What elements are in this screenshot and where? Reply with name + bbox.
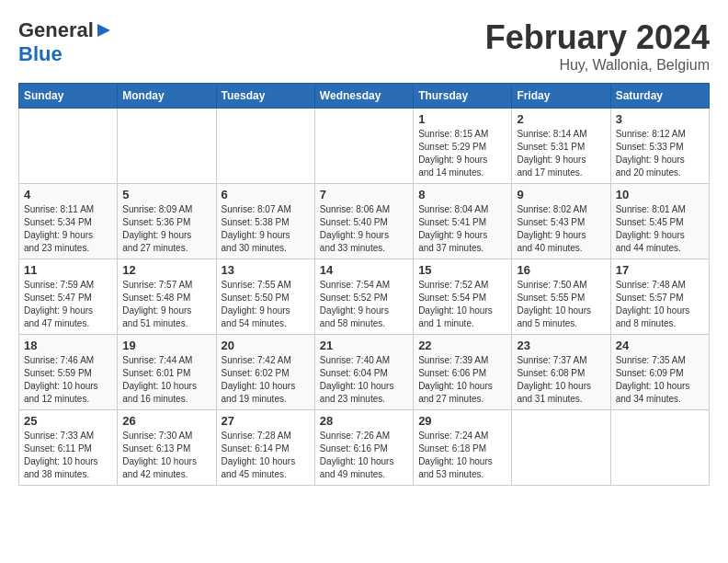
day-number: 8	[418, 188, 506, 201]
day-info: Sunrise: 8:02 AM Sunset: 5:43 PM Dayligh…	[517, 203, 605, 255]
logo-general: General	[18, 18, 94, 42]
header-cell-thursday: Thursday	[414, 84, 512, 109]
day-cell: 17Sunrise: 7:48 AM Sunset: 5:57 PM Dayli…	[610, 259, 709, 335]
header-cell-tuesday: Tuesday	[216, 84, 314, 109]
day-cell: 12Sunrise: 7:57 AM Sunset: 5:48 PM Dayli…	[118, 259, 216, 335]
day-cell	[314, 109, 413, 184]
day-number: 17	[616, 263, 704, 277]
day-info: Sunrise: 7:30 AM Sunset: 6:13 PM Dayligh…	[122, 430, 210, 481]
day-info: Sunrise: 7:26 AM Sunset: 6:16 PM Dayligh…	[320, 430, 408, 481]
day-info: Sunrise: 7:28 AM Sunset: 6:14 PM Dayligh…	[222, 430, 310, 481]
day-info: Sunrise: 8:01 AM Sunset: 5:45 PM Dayligh…	[616, 203, 704, 255]
day-number: 10	[616, 188, 704, 201]
day-number: 7	[320, 188, 408, 201]
day-number: 22	[418, 339, 506, 352]
day-cell: 3Sunrise: 8:12 AM Sunset: 5:33 PM Daylig…	[610, 109, 709, 184]
day-number: 16	[517, 263, 605, 277]
day-cell: 24Sunrise: 7:35 AM Sunset: 6:09 PM Dayli…	[610, 335, 709, 410]
day-cell: 6Sunrise: 8:07 AM Sunset: 5:38 PM Daylig…	[216, 184, 314, 259]
week-row-1: 1Sunrise: 8:15 AM Sunset: 5:29 PM Daylig…	[19, 109, 710, 184]
logo-line1: General	[18, 18, 112, 42]
day-info: Sunrise: 7:44 AM Sunset: 6:01 PM Dayligh…	[122, 354, 210, 406]
day-cell: 15Sunrise: 7:52 AM Sunset: 5:54 PM Dayli…	[414, 259, 512, 335]
day-number: 18	[24, 339, 112, 352]
day-cell: 21Sunrise: 7:40 AM Sunset: 6:04 PM Dayli…	[314, 335, 413, 410]
day-number: 26	[122, 414, 210, 428]
day-number: 15	[418, 263, 506, 277]
svg-marker-0	[97, 24, 110, 37]
day-info: Sunrise: 7:59 AM Sunset: 5:47 PM Dayligh…	[24, 279, 112, 330]
day-cell: 29Sunrise: 7:24 AM Sunset: 6:18 PM Dayli…	[414, 410, 512, 486]
header-cell-sunday: Sunday	[19, 84, 118, 109]
day-info: Sunrise: 8:09 AM Sunset: 5:36 PM Dayligh…	[122, 203, 210, 255]
title-area: February 2024 Huy, Wallonia, Belgium	[485, 18, 710, 74]
day-cell: 18Sunrise: 7:46 AM Sunset: 5:59 PM Dayli…	[19, 335, 118, 410]
day-info: Sunrise: 7:24 AM Sunset: 6:18 PM Dayligh…	[418, 430, 506, 481]
day-info: Sunrise: 7:57 AM Sunset: 5:48 PM Dayligh…	[122, 279, 210, 330]
logo-blue: Blue	[18, 42, 63, 66]
day-cell: 5Sunrise: 8:09 AM Sunset: 5:36 PM Daylig…	[118, 184, 216, 259]
day-info: Sunrise: 8:11 AM Sunset: 5:34 PM Dayligh…	[24, 203, 112, 255]
day-info: Sunrise: 8:15 AM Sunset: 5:29 PM Dayligh…	[418, 128, 506, 179]
day-info: Sunrise: 7:55 AM Sunset: 5:50 PM Dayligh…	[222, 279, 310, 330]
day-cell: 28Sunrise: 7:26 AM Sunset: 6:16 PM Dayli…	[314, 410, 413, 486]
day-number: 29	[418, 414, 506, 428]
day-info: Sunrise: 7:37 AM Sunset: 6:08 PM Dayligh…	[517, 354, 605, 406]
header-cell-friday: Friday	[512, 84, 610, 109]
day-number: 3	[616, 112, 704, 126]
day-cell	[19, 109, 118, 184]
header-row: SundayMondayTuesdayWednesdayThursdayFrid…	[19, 84, 710, 109]
day-info: Sunrise: 8:07 AM Sunset: 5:38 PM Dayligh…	[222, 203, 310, 255]
day-cell	[512, 410, 610, 486]
day-number: 4	[24, 188, 112, 201]
day-number: 23	[517, 339, 605, 352]
header-cell-monday: Monday	[118, 84, 216, 109]
day-info: Sunrise: 7:50 AM Sunset: 5:55 PM Dayligh…	[517, 279, 605, 330]
day-cell: 2Sunrise: 8:14 AM Sunset: 5:31 PM Daylig…	[512, 109, 610, 184]
week-row-3: 11Sunrise: 7:59 AM Sunset: 5:47 PM Dayli…	[19, 259, 710, 335]
day-info: Sunrise: 7:46 AM Sunset: 5:59 PM Dayligh…	[24, 354, 112, 406]
week-row-2: 4Sunrise: 8:11 AM Sunset: 5:34 PM Daylig…	[19, 184, 710, 259]
day-number: 6	[222, 188, 310, 201]
day-info: Sunrise: 7:52 AM Sunset: 5:54 PM Dayligh…	[418, 279, 506, 330]
day-cell: 9Sunrise: 8:02 AM Sunset: 5:43 PM Daylig…	[512, 184, 610, 259]
day-info: Sunrise: 7:54 AM Sunset: 5:52 PM Dayligh…	[320, 279, 408, 330]
day-cell: 4Sunrise: 8:11 AM Sunset: 5:34 PM Daylig…	[19, 184, 118, 259]
day-info: Sunrise: 8:12 AM Sunset: 5:33 PM Dayligh…	[616, 128, 704, 179]
day-info: Sunrise: 8:14 AM Sunset: 5:31 PM Dayligh…	[517, 128, 605, 179]
day-cell: 14Sunrise: 7:54 AM Sunset: 5:52 PM Dayli…	[314, 259, 413, 335]
day-cell: 20Sunrise: 7:42 AM Sunset: 6:02 PM Dayli…	[216, 335, 314, 410]
day-cell: 16Sunrise: 7:50 AM Sunset: 5:55 PM Dayli…	[512, 259, 610, 335]
day-cell: 23Sunrise: 7:37 AM Sunset: 6:08 PM Dayli…	[512, 335, 610, 410]
day-number: 13	[222, 263, 310, 277]
header-cell-saturday: Saturday	[610, 84, 709, 109]
day-number: 11	[24, 263, 112, 277]
day-number: 21	[320, 339, 408, 352]
day-info: Sunrise: 8:06 AM Sunset: 5:40 PM Dayligh…	[320, 203, 408, 255]
day-cell: 1Sunrise: 8:15 AM Sunset: 5:29 PM Daylig…	[414, 109, 512, 184]
logo: General Blue	[18, 18, 112, 66]
week-row-5: 25Sunrise: 7:33 AM Sunset: 6:11 PM Dayli…	[19, 410, 710, 486]
day-number: 12	[122, 263, 210, 277]
week-row-4: 18Sunrise: 7:46 AM Sunset: 5:59 PM Dayli…	[19, 335, 710, 410]
day-number: 9	[517, 188, 605, 201]
calendar-table: SundayMondayTuesdayWednesdayThursdayFrid…	[18, 83, 710, 486]
day-info: Sunrise: 7:40 AM Sunset: 6:04 PM Dayligh…	[320, 354, 408, 406]
month-year: February 2024	[485, 18, 710, 57]
day-cell: 25Sunrise: 7:33 AM Sunset: 6:11 PM Dayli…	[19, 410, 118, 486]
day-number: 19	[122, 339, 210, 352]
day-info: Sunrise: 7:39 AM Sunset: 6:06 PM Dayligh…	[418, 354, 506, 406]
day-number: 2	[517, 112, 605, 126]
day-cell: 8Sunrise: 8:04 AM Sunset: 5:41 PM Daylig…	[414, 184, 512, 259]
day-cell	[610, 410, 709, 486]
day-info: Sunrise: 8:04 AM Sunset: 5:41 PM Dayligh…	[418, 203, 506, 255]
logo-arrow-icon	[96, 22, 112, 39]
header: General Blue February 2024 Huy, Wallonia…	[18, 18, 710, 74]
day-cell: 27Sunrise: 7:28 AM Sunset: 6:14 PM Dayli…	[216, 410, 314, 486]
day-number: 28	[320, 414, 408, 428]
day-cell	[216, 109, 314, 184]
day-cell: 22Sunrise: 7:39 AM Sunset: 6:06 PM Dayli…	[414, 335, 512, 410]
day-number: 5	[122, 188, 210, 201]
day-info: Sunrise: 7:42 AM Sunset: 6:02 PM Dayligh…	[222, 354, 310, 406]
day-cell: 19Sunrise: 7:44 AM Sunset: 6:01 PM Dayli…	[118, 335, 216, 410]
